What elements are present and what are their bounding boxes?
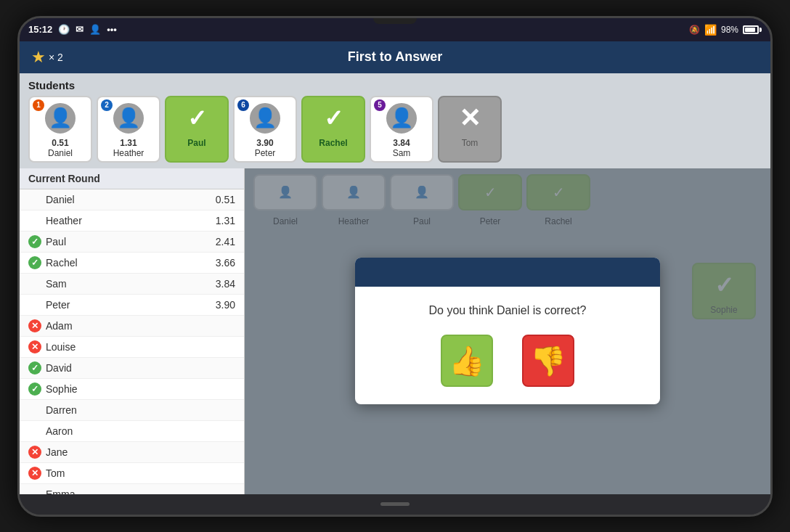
modal-body: Do you think Daniel is correct? 👍 👎 (355, 287, 660, 404)
student-card-sam[interactable]: 5 👤 3.84 Sam (370, 96, 433, 163)
avatar-heather: 👤 (110, 100, 147, 136)
list-name-sam: Sam (46, 278, 206, 290)
rank-badge-6: 6 (237, 99, 249, 111)
list-name-aaron: Aaron (46, 425, 206, 437)
rank-badge-5: 5 (374, 99, 386, 111)
list-item-darren[interactable]: Darren (20, 400, 244, 421)
time-display: 15:12 (28, 24, 52, 35)
student-card-rachel[interactable]: ✓ Rachel (301, 96, 365, 163)
star-icon: ★ (31, 48, 46, 67)
status-green-david: ✓ (28, 361, 41, 375)
list-item-daniel[interactable]: Daniel 0.51 (20, 189, 244, 210)
yes-button[interactable]: 👍 (441, 335, 493, 387)
status-red-adam: ✕ (28, 319, 41, 332)
status-none-emma (28, 488, 41, 494)
list-name-paul: Paul (46, 236, 206, 247)
tablet-frame: 15:12 🕐 ✉ 👤 ••• 🔕 📶 98% ★ × 2 First to A… (17, 16, 773, 517)
star-multiplier: × 2 (49, 52, 63, 63)
list-item-peter[interactable]: Peter 3.90 (20, 295, 244, 316)
student-card-paul[interactable]: ✓ Paul (165, 96, 229, 163)
avatar-circle-peter: 👤 (248, 102, 282, 135)
modal-question: Do you think Daniel is correct? (429, 304, 587, 317)
status-none-darren (28, 404, 41, 417)
avatar-circle-daniel: 👤 (44, 102, 77, 135)
list-item-louise[interactable]: ✕ Louise (20, 337, 244, 358)
avatar-paul: ✓ (179, 100, 215, 136)
round-header: Current Round (20, 168, 244, 189)
tom-name: Tom (462, 138, 479, 148)
students-cards-row1: 1 👤 0.51 Daniel 2 👤 (28, 96, 762, 163)
star-badge: ★ × 2 (31, 48, 63, 67)
mute-icon: 🔕 (689, 25, 700, 35)
status-red-jane: ✕ (28, 446, 41, 459)
list-item-rachel[interactable]: ✓ Rachel 3.66 (20, 253, 244, 274)
left-panel: Current Round Daniel 0.51 Heather 1.31 ✓… (20, 168, 245, 494)
student-card-heather[interactable]: 2 👤 1.31 Heather (97, 96, 160, 163)
list-item-sophie[interactable]: ✓ Sophie (20, 379, 244, 400)
list-item-paul[interactable]: ✓ Paul 2.41 (20, 232, 244, 253)
mail-icon: ✉ (76, 24, 84, 35)
modal-box: Do you think Daniel is correct? 👍 👎 (355, 258, 660, 404)
home-bar (20, 494, 770, 515)
no-button[interactable]: 👎 (522, 335, 574, 387)
modal-overlay: Do you think Daniel is correct? 👍 👎 (245, 168, 770, 494)
rachel-name: Rachel (319, 138, 347, 148)
peter-name: Peter (255, 148, 276, 158)
list-name-emma: Emma (46, 488, 206, 494)
status-none-daniel (28, 193, 41, 206)
app-content: Students 1 👤 0.51 Daniel 2 (20, 73, 770, 494)
avatar-person-daniel: 👤 (49, 107, 72, 129)
students-section: Students 1 👤 0.51 Daniel 2 (20, 73, 770, 168)
modal-header (355, 258, 660, 287)
status-red-tom: ✕ (28, 467, 41, 480)
list-score-paul: 2.41 (206, 236, 235, 247)
list-item-heather[interactable]: Heather 1.31 (20, 210, 244, 232)
student-card-daniel[interactable]: 1 👤 0.51 Daniel (28, 96, 92, 163)
student-card-peter[interactable]: 6 👤 3.90 Peter (233, 96, 297, 163)
list-item-adam[interactable]: ✕ Adam (20, 316, 244, 337)
avatar-circle-sam: 👤 (385, 102, 418, 135)
list-name-heather: Heather (46, 215, 206, 226)
students-label: Students (28, 79, 762, 91)
status-right: 🔕 📶 98% (689, 24, 762, 36)
list-item-jane[interactable]: ✕ Jane (20, 442, 244, 463)
sam-name: Sam (393, 148, 411, 158)
avatar-person-sam: 👤 (390, 107, 413, 129)
person-icon: 👤 (89, 24, 101, 35)
avatar-circle-heather: 👤 (112, 102, 145, 135)
thumbs-up-icon: 👍 (449, 344, 485, 378)
x-icon-tom: ✕ (459, 103, 481, 134)
home-dot (380, 502, 410, 506)
app-title: First to Answer (348, 49, 442, 65)
list-item-emma[interactable]: Emma (20, 484, 244, 494)
wifi-icon: 📶 (704, 24, 717, 36)
list-name-tom: Tom (46, 467, 206, 479)
list-name-jane: Jane (46, 446, 206, 458)
dots-icon: ••• (107, 24, 117, 35)
list-name-adam: Adam (46, 320, 206, 332)
heather-name: Heather (113, 148, 144, 158)
list-item-aaron[interactable]: Aaron (20, 421, 244, 442)
avatar-person-heather: 👤 (117, 107, 140, 129)
list-item-tom[interactable]: ✕ Tom (20, 463, 244, 484)
avatar-peter: 👤 (247, 100, 283, 136)
list-name-louise: Louise (46, 341, 206, 353)
list-score-peter: 3.90 (206, 299, 235, 311)
list-name-david: David (46, 362, 206, 374)
rank-badge-1: 1 (33, 99, 44, 111)
avatar-person-peter: 👤 (253, 107, 277, 129)
list-item-david[interactable]: ✓ David (20, 358, 244, 379)
check-icon-rachel: ✓ (324, 105, 343, 132)
list-name-sophie: Sophie (46, 383, 206, 395)
student-card-tom[interactable]: ✕ Tom (438, 96, 502, 163)
heather-score: 1.31 (120, 138, 137, 148)
avatar-rachel: ✓ (315, 100, 351, 136)
status-none-heather (28, 214, 41, 227)
status-red-louise: ✕ (28, 340, 41, 353)
status-none-sam (28, 277, 41, 290)
list-item-sam[interactable]: Sam 3.84 (20, 274, 244, 295)
status-green-paul: ✓ (28, 235, 41, 248)
clock-icon: 🕐 (58, 24, 70, 35)
daniel-name: Daniel (48, 148, 73, 158)
list-score-daniel: 0.51 (206, 194, 235, 205)
